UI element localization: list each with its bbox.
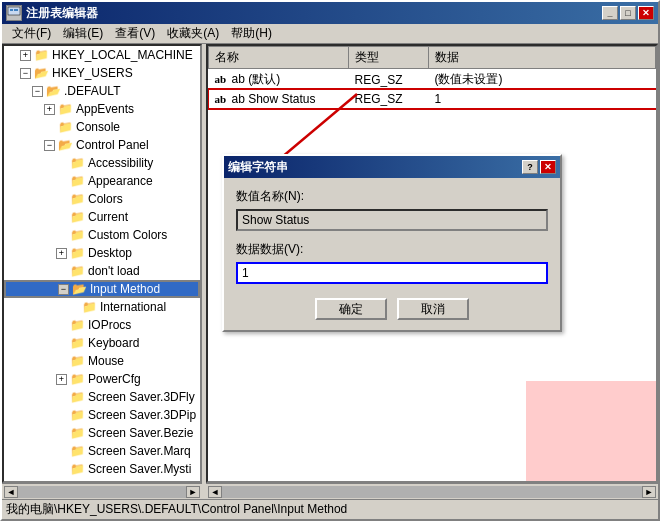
svg-rect-1 [10, 9, 13, 11]
label-dontload: don't load [88, 264, 140, 278]
label-current: Current [88, 210, 128, 224]
expand-default[interactable]: − [32, 86, 43, 97]
tree-item-dontload[interactable]: 📁 don't load [4, 262, 200, 280]
menu-help[interactable]: 帮助(H) [225, 24, 278, 43]
cell-type-1: REG_SZ [349, 90, 429, 108]
folder-icon-ss3dpip: 📁 [69, 408, 85, 422]
folder-icon-ioprocs: 📁 [69, 318, 85, 332]
tree-item-hku[interactable]: − 📂 HKEY_USERS [4, 64, 200, 82]
tree-item-ssbezie[interactable]: 📁 Screen Saver.Bezie [4, 424, 200, 442]
table-row-highlighted[interactable]: ab ab Show Status REG_SZ 1 [209, 90, 656, 108]
folder-icon-inputmethod: 📂 [71, 282, 87, 296]
folder-icon-ssbezie: 📁 [69, 426, 85, 440]
tree-item-ss3dfly[interactable]: 📁 Screen Saver.3DFly [4, 388, 200, 406]
folder-icon-ss3dfly: 📁 [69, 390, 85, 404]
tree-item-keyboard[interactable]: 📁 Keyboard [4, 334, 200, 352]
menu-view[interactable]: 查看(V) [109, 24, 161, 43]
folder-icon-ssmarq: 📁 [69, 444, 85, 458]
tree-item-default[interactable]: − 📂 .DEFAULT [4, 82, 200, 100]
expand-powercfg[interactable]: + [56, 374, 67, 385]
tree-item-ssmarq[interactable]: 📁 Screen Saver.Marq [4, 442, 200, 460]
tree-panel[interactable]: + 📁 HKEY_LOCAL_MACHINE − 📂 HKEY_USERS − … [2, 44, 202, 483]
tree-item-accessibility[interactable]: 📁 Accessibility [4, 154, 200, 172]
expand-desktop[interactable]: + [56, 248, 67, 259]
dialog-data-label: 数据数据(V): [236, 241, 548, 258]
expand-appevents[interactable]: + [44, 104, 55, 115]
tree-item-inputmethod[interactable]: − 📂 Input Method [4, 280, 200, 298]
tree-scroll-left-btn[interactable]: ◄ [4, 486, 18, 498]
label-hklm: HKEY_LOCAL_MACHINE [52, 48, 193, 62]
label-controlpanel: Control Panel [76, 138, 149, 152]
menu-favorites[interactable]: 收藏夹(A) [161, 24, 225, 43]
tree-hscrollbar[interactable]: ◄ ► [2, 483, 202, 499]
dialog-name-input[interactable] [236, 209, 548, 231]
tree-item-ssmysti[interactable]: 📁 Screen Saver.Mysti [4, 460, 200, 478]
dialog-title-buttons: ? ✕ [522, 160, 556, 174]
tree-scroll-right-btn[interactable]: ► [186, 486, 200, 498]
tree-item-ioprocs[interactable]: 📁 IOProcs [4, 316, 200, 334]
tree-item-ssstars[interactable]: 📁 Screen Saver.Stars [4, 478, 200, 483]
dialog-title-text: 编辑字符串 [228, 159, 288, 176]
tree-item-appearance[interactable]: 📁 Appearance [4, 172, 200, 190]
cell-data-0: (数值未设置) [429, 69, 656, 91]
title-bar: 注册表编辑器 _ □ ✕ [2, 2, 658, 24]
menu-edit[interactable]: 编辑(E) [57, 24, 109, 43]
menu-file[interactable]: 文件(F) [6, 24, 57, 43]
menu-bar: 文件(F) 编辑(E) 查看(V) 收藏夹(A) 帮助(H) [2, 24, 658, 44]
folder-icon-default: 📂 [45, 84, 61, 98]
table-row[interactable]: ab ab (默认) REG_SZ (数值未设置) [209, 69, 656, 91]
expand-hku[interactable]: − [20, 68, 31, 79]
tree-item-desktop[interactable]: + 📁 Desktop [4, 244, 200, 262]
dialog-close-button[interactable]: ✕ [540, 160, 556, 174]
label-ioprocs: IOProcs [88, 318, 131, 332]
status-bar: 我的电脑\HKEY_USERS\.DEFAULT\Control Panel\I… [2, 499, 658, 519]
folder-icon-customcolors: 📁 [69, 228, 85, 242]
folder-icon-colors: 📁 [69, 192, 85, 206]
tree-item-current[interactable]: 📁 Current [4, 208, 200, 226]
cell-name-text-1: ab Show Status [231, 92, 315, 106]
label-desktop: Desktop [88, 246, 132, 260]
right-hscrollbar[interactable]: ◄ ► [206, 483, 658, 499]
maximize-button[interactable]: □ [620, 6, 636, 20]
svg-rect-2 [14, 9, 18, 11]
expand-controlpanel[interactable]: − [44, 140, 55, 151]
label-ssstars: Screen Saver.Stars [88, 480, 191, 483]
tree-item-colors[interactable]: 📁 Colors [4, 190, 200, 208]
close-button[interactable]: ✕ [638, 6, 654, 20]
tree-item-international[interactable]: 📁 International [4, 298, 200, 316]
title-buttons: _ □ ✕ [602, 6, 654, 20]
dialog-cancel-button[interactable]: 取消 [397, 298, 469, 320]
minimize-button[interactable]: _ [602, 6, 618, 20]
right-scroll-track[interactable] [222, 486, 642, 498]
cell-name-1: ab ab Show Status [209, 90, 349, 108]
folder-icon-hklm: 📁 [33, 48, 49, 62]
tree-item-appevents[interactable]: + 📁 AppEvents [4, 100, 200, 118]
right-scroll-left-btn[interactable]: ◄ [208, 486, 222, 498]
dialog-data-input[interactable] [236, 262, 548, 284]
right-scroll-right-btn[interactable]: ► [642, 486, 656, 498]
label-ssmarq: Screen Saver.Marq [88, 444, 191, 458]
dialog-help-button[interactable]: ? [522, 160, 538, 174]
dialog-ok-button[interactable]: 确定 [315, 298, 387, 320]
dialog-title-bar: 编辑字符串 ? ✕ [224, 156, 560, 178]
label-ssbezie: Screen Saver.Bezie [88, 426, 193, 440]
tree-scroll-track[interactable] [18, 486, 186, 498]
tree-item-controlpanel[interactable]: − 📂 Control Panel [4, 136, 200, 154]
label-hku: HKEY_USERS [52, 66, 133, 80]
cell-data-1: 1 [429, 90, 656, 108]
folder-icon-current: 📁 [69, 210, 85, 224]
dialog-buttons: 确定 取消 [236, 298, 548, 320]
label-customcolors: Custom Colors [88, 228, 167, 242]
label-default: .DEFAULT [64, 84, 120, 98]
ab-icon-1: ab [215, 93, 227, 105]
tree-panel-container: + 📁 HKEY_LOCAL_MACHINE − 📂 HKEY_USERS − … [2, 44, 202, 499]
expand-inputmethod[interactable]: − [58, 284, 69, 295]
label-accessibility: Accessibility [88, 156, 153, 170]
tree-item-hklm[interactable]: + 📁 HKEY_LOCAL_MACHINE [4, 46, 200, 64]
expand-hklm[interactable]: + [20, 50, 31, 61]
tree-item-powercfg[interactable]: + 📁 PowerCfg [4, 370, 200, 388]
tree-item-ss3dpip[interactable]: 📁 Screen Saver.3DPip [4, 406, 200, 424]
tree-item-customcolors[interactable]: 📁 Custom Colors [4, 226, 200, 244]
tree-item-console[interactable]: 📁 Console [4, 118, 200, 136]
tree-item-mouse[interactable]: 📁 Mouse [4, 352, 200, 370]
